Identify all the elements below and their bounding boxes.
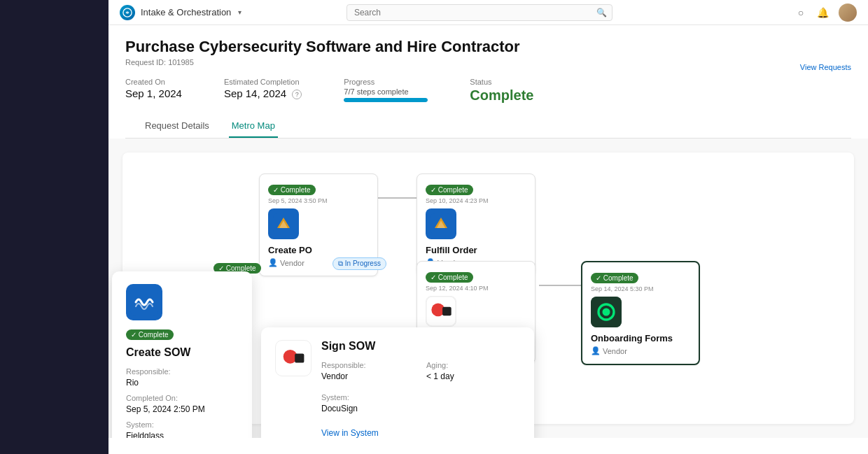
tc-sign-responsible-row: Responsible: Vendor bbox=[321, 361, 415, 382]
ariba-icon-create-po bbox=[268, 208, 299, 239]
view-in-system-link-sign-sow[interactable]: View in System bbox=[321, 428, 520, 438]
badge-date-sign-sow: Sep 12, 2024 4:10 PM bbox=[426, 285, 526, 292]
search-input[interactable] bbox=[346, 4, 612, 21]
estimated-completion-value: Sep 14, 2024 ? bbox=[224, 87, 302, 99]
step-title-fulfill-order: Fulfill Order bbox=[426, 245, 526, 255]
search-area[interactable]: 🔍 bbox=[346, 4, 612, 21]
tooltip-create-sow: ✓ Complete Create SOW Responsible: Rio C… bbox=[112, 271, 252, 438]
badge-date-create-po: Sep 5, 2024 3:50 PM bbox=[268, 197, 369, 204]
brand-logo-icon bbox=[120, 5, 135, 20]
meta-row: Created On Sep 1, 2024 Estimated Complet… bbox=[125, 78, 851, 104]
progress-bar-fill bbox=[344, 98, 428, 102]
meta-estimated-completion: Estimated Completion Sep 14, 2024 ? bbox=[224, 78, 302, 104]
tc-responsible-row: Responsible: Rio bbox=[126, 367, 238, 388]
topnav-right-icons: ○ 🔔 bbox=[794, 3, 857, 22]
tc-completed-on-row: Completed On: Sep 5, 2024 2:50 PM bbox=[126, 394, 238, 415]
avatar[interactable] bbox=[839, 3, 857, 22]
badge-complete-sign-sow: ✓ Complete bbox=[426, 272, 473, 283]
badge-complete-create-po: ✓ Complete bbox=[268, 185, 316, 195]
created-on-value: Sep 1, 2024 bbox=[125, 87, 182, 99]
meta-status: Status Complete bbox=[470, 78, 533, 104]
tooltip-create-sow-title: Create SOW bbox=[126, 346, 238, 359]
svg-rect-12 bbox=[442, 307, 451, 316]
tab-request-details[interactable]: Request Details bbox=[142, 115, 212, 138]
bell-icon[interactable]: 🔔 bbox=[816, 6, 830, 20]
badge-complete-tooltip: ✓ Complete bbox=[126, 329, 174, 340]
tc-completed-on-value: Sep 5, 2024 2:50 PM bbox=[126, 404, 205, 414]
clock-icon[interactable]: ○ bbox=[794, 6, 808, 20]
docusign-icon-sign-sow bbox=[426, 296, 456, 327]
step-vendor-onboarding: 👤 Vendor bbox=[591, 346, 690, 355]
person-icon: 👤 bbox=[591, 346, 601, 355]
help-icon[interactable]: ? bbox=[292, 90, 302, 99]
docusign-tooltip-icon bbox=[275, 340, 312, 376]
badge-complete-onboarding: ✓ Complete bbox=[591, 273, 638, 283]
sidebar bbox=[0, 0, 108, 454]
person-icon: 👤 bbox=[268, 258, 278, 267]
request-id: Request ID: 101985 bbox=[125, 58, 851, 66]
chevron-down-icon: ▾ bbox=[238, 8, 241, 16]
card-onboarding-forms[interactable]: ✓ Complete Sep 14, 2024 5:30 PM Onboardi… bbox=[581, 261, 700, 365]
badge-complete-fulfill-order: ✓ Complete bbox=[426, 185, 473, 195]
tc-sign-aging-label: Aging: bbox=[426, 361, 520, 369]
in-progress-badge: ⧉ In Progress bbox=[332, 256, 386, 272]
progress-label: Progress bbox=[344, 78, 428, 86]
ariba-icon-fulfill-order bbox=[426, 208, 456, 239]
progress-bar-container: 7/7 steps complete bbox=[344, 87, 428, 102]
tab-metro-map[interactable]: Metro Map bbox=[229, 115, 278, 138]
tc-completed-on-label: Completed On: bbox=[126, 394, 238, 402]
created-on-label: Created On bbox=[125, 78, 182, 86]
badge-date-onboarding: Sep 14, 2024 5:30 PM bbox=[591, 285, 690, 292]
progress-bar bbox=[344, 98, 428, 102]
brand-area[interactable]: Intake & Orchestration ▾ bbox=[120, 5, 241, 20]
meta-created-on: Created On Sep 1, 2024 bbox=[125, 78, 182, 104]
tc-responsible-value: Rio bbox=[126, 378, 139, 388]
tc-system-row: System: Fieldglass bbox=[126, 420, 238, 438]
svg-rect-19 bbox=[295, 353, 304, 362]
brand-title: Intake & Orchestration bbox=[141, 7, 231, 17]
page-title: Purchase Cybersecurity Software and Hire… bbox=[125, 38, 851, 56]
main-content: View Requests Purchase Cybersecurity Sof… bbox=[108, 25, 868, 454]
step-title-onboarding: Onboarding Forms bbox=[591, 333, 690, 343]
tc-responsible-label: Responsible: bbox=[126, 367, 238, 376]
tc-sign-system-value: DocuSign bbox=[321, 404, 358, 413]
tc-system-value: Fieldglass bbox=[126, 431, 164, 438]
estimated-completion-label: Estimated Completion bbox=[224, 78, 302, 86]
status-label: Status bbox=[470, 78, 533, 86]
svg-point-15 bbox=[603, 308, 610, 316]
tc-sign-aging-value: < 1 day bbox=[426, 371, 454, 381]
tc-system-label: System: bbox=[126, 420, 238, 429]
page-header: View Requests Purchase Cybersecurity Sof… bbox=[108, 25, 868, 139]
tooltip-sign-sow: Sign SOW Responsible: Vendor Aging: < 1 … bbox=[261, 327, 534, 438]
search-icon: 🔍 bbox=[596, 8, 607, 17]
tc-sign-responsible-label: Responsible: bbox=[321, 361, 415, 369]
status-value: Complete bbox=[470, 87, 533, 104]
badge-date-fulfill-order: Sep 10, 2024 4:23 PM bbox=[426, 197, 526, 204]
tc-sign-system-label: System: bbox=[321, 393, 415, 402]
svg-rect-16 bbox=[130, 288, 158, 316]
tabs: Request Details Metro Map bbox=[125, 115, 851, 139]
fieldglass-icon bbox=[126, 284, 162, 320]
tc-sign-responsible-value: Vendor bbox=[321, 371, 348, 381]
tooltip-sign-sow-title: Sign SOW bbox=[321, 340, 520, 353]
onboarding-icon bbox=[591, 297, 622, 327]
top-nav: Intake & Orchestration ▾ 🔍 ○ 🔔 bbox=[108, 0, 868, 25]
tc-sign-system-row: System: DocuSign bbox=[321, 393, 415, 414]
view-requests-link[interactable]: View Requests bbox=[800, 63, 851, 71]
meta-progress: Progress 7/7 steps complete bbox=[344, 78, 428, 104]
progress-steps: 7/7 steps complete bbox=[344, 87, 428, 96]
tc-sign-aging-row: Aging: < 1 day bbox=[426, 361, 520, 382]
metro-map-area: ✓ Complete Sep 5, 2024 3:50 PM Create PO… bbox=[108, 139, 868, 438]
step-title-create-po: Create PO bbox=[268, 245, 369, 255]
